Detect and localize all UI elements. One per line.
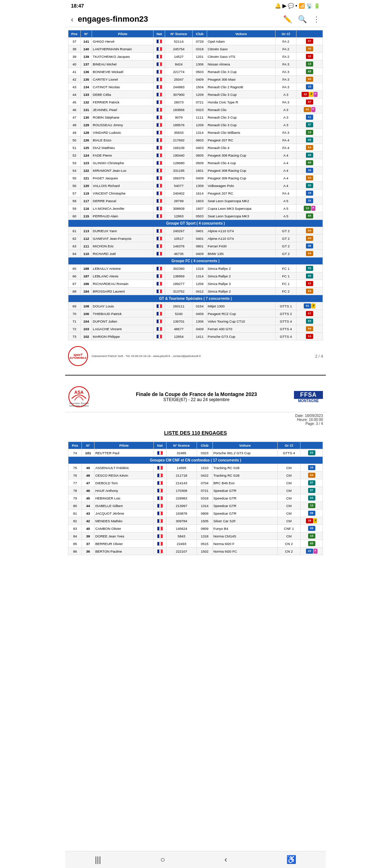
badge: 53 [306, 183, 313, 188]
table-row: 60 115 PERRAUD Alain 12863 0503 Seat Leo… [68, 212, 323, 220]
cell-nat [154, 152, 165, 159]
cell-voiture: Peugeot 308 Racing Cup [207, 152, 275, 159]
flag-icon [157, 511, 163, 515]
cell-licence: 12863 [165, 212, 193, 220]
cell-pilote: CARITEY Lionel [92, 76, 154, 83]
cell-badge: 64 [296, 76, 323, 83]
cell-club: 0409 [193, 174, 207, 182]
cell-licence: 25047 [165, 76, 193, 83]
cell-pos: 72 [68, 325, 81, 333]
cell-club: 0318 [193, 45, 207, 53]
table-row: 75 49 ASSENAULT Frédéric 14995 1610 Trac… [68, 464, 323, 472]
cell-badge: 13 [296, 60, 323, 68]
cell-nat [154, 449, 166, 457]
svg-text:Association Sportive: Association Sportive [69, 402, 89, 404]
search-icon[interactable]: 🔍 [298, 15, 307, 24]
main-table: Pos N° Pilote Nat N° licence Club Voitur… [68, 30, 323, 340]
cell-badge: 12 [296, 53, 323, 60]
cell-voiture: Volkswagen Polo [207, 182, 275, 190]
cell-nat [154, 464, 166, 472]
cell-licence: 240267 [165, 227, 193, 235]
cell-club: 1201 [193, 53, 207, 60]
flag-icon [156, 244, 162, 248]
table-row: 47 130 ROBIN Stéphane 9079 1111 Renault … [68, 114, 323, 121]
flag-icon [156, 191, 162, 195]
table-row: 40 137 BINEAU Michel 8424 1306 Nissan Al… [68, 60, 323, 68]
cell-badge: 01 J [296, 302, 323, 310]
back-button[interactable]: ‹ [71, 15, 73, 24]
table-row: 51 125 DIAZ Matthieu 166109 0403 Renault… [68, 144, 323, 152]
cell-grcl: FA 4 [276, 144, 297, 152]
cell-badge: 64 [296, 288, 323, 295]
cell-pos: 78 [68, 487, 82, 494]
cell-nat [154, 532, 166, 540]
cell-num: 116 [80, 205, 92, 212]
cell-voiture: Renault Clio 3 Cup [207, 68, 275, 76]
flag-icon [156, 77, 162, 81]
badge: 68 [306, 137, 313, 142]
messenger-icon: 💬 [288, 3, 294, 9]
table-row: 39 139 TKATCHENKO Jacques 14527 1201 Cit… [68, 53, 323, 60]
cell-licence: 5240 [165, 310, 193, 318]
cell-pilote: HEBINGER Loic [94, 494, 154, 502]
cell-club: 1614 [193, 190, 207, 197]
col-grcl: Gr Cl [276, 30, 297, 38]
cell-grcl: FA 3 [276, 98, 297, 106]
cell-club: 0509 [193, 159, 207, 167]
flag-icon [156, 85, 162, 89]
flag-icon [156, 229, 162, 233]
table-row: 61 113 DURIEUX Yann 240267 0401 Alpine A… [68, 227, 323, 235]
flag-icon [156, 153, 162, 157]
cell-pilote: BIALE Enzo [92, 136, 154, 144]
cell-grcl: GT 2 [276, 242, 297, 250]
cell-badge: 16 [300, 464, 323, 472]
table-row: 44 133 DEBE Célia 307900 1209 Renault Cl… [68, 91, 323, 98]
cell-num: 110 [80, 250, 92, 258]
badge: 65 [306, 160, 313, 165]
cell-pilote: BINEAU Michel [92, 60, 154, 68]
cell-badge: 64 [296, 235, 323, 242]
cell-club: 1318 [197, 532, 213, 540]
flag-icon [156, 146, 162, 150]
cell-pos: 86 [68, 548, 82, 555]
cell-pos: 79 [68, 494, 82, 502]
cell-grcl: A 3 [276, 114, 297, 121]
cell-grcl: A 5 [276, 205, 297, 212]
cell-num: 133 [80, 91, 92, 98]
cell-badge: 64 [296, 325, 323, 333]
edit-icon[interactable]: ✏️ [283, 15, 292, 24]
cell-pos: 53 [68, 159, 81, 167]
cell-voiture: Citroën Saxo [207, 45, 275, 53]
cell-club: 1504 [193, 83, 207, 91]
cell-num: 43 [82, 510, 94, 517]
cell-club: 0318 [197, 494, 213, 502]
col-nat: Nat [154, 30, 165, 38]
cell-licence: 240402 [165, 190, 193, 197]
cell-licence: 32485 [166, 449, 197, 457]
p3-col-voiture: Voiture [213, 442, 277, 449]
cell-club: 0401 [193, 235, 207, 242]
more-icon[interactable]: ⋮ [313, 15, 320, 24]
cell-voiture: Norma CM14S [213, 532, 277, 540]
date-line: Date: 18/09/2023 [68, 414, 323, 418]
group-header-cell: GT & Tourisme Spéciales ( 7 concurrents … [68, 295, 323, 302]
cell-pos: 84 [68, 532, 82, 540]
cell-licence: 189277 [165, 280, 193, 288]
cell-pos: 80 [68, 502, 82, 510]
cell-grcl: GT 2 [276, 250, 297, 258]
cell-num: 136 [80, 68, 92, 76]
cell-pos: 64 [68, 250, 81, 258]
group-header-row: Groupes CM CNF et CN confondus ( 17 conc… [68, 457, 323, 464]
cell-club: 0605 [193, 152, 207, 159]
cell-club: 0403 [193, 144, 207, 152]
cell-pos: 45 [68, 98, 81, 106]
cell-pos: 50 [68, 136, 81, 144]
header-title: Finale de la Coupe de France de la Monta… [102, 391, 291, 397]
cell-num: 36 [82, 548, 94, 555]
table-row: 78 46 HAUF Anthony 170308 0721 Speedcar … [68, 487, 323, 494]
cell-licence: 28799 [165, 197, 193, 205]
cell-nat [154, 502, 166, 510]
cell-club: 0704 [197, 479, 213, 487]
cell-num: 124 [80, 152, 92, 159]
cell-grcl: GTTS 2 [276, 310, 297, 318]
